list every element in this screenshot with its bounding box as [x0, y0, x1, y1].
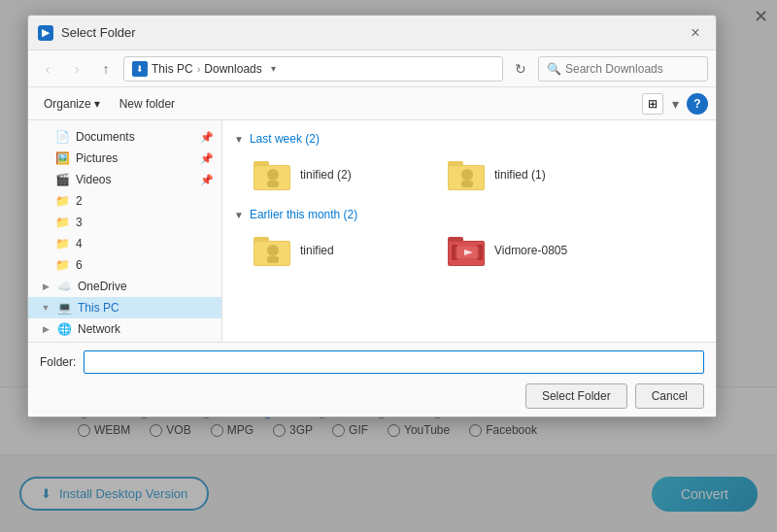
sidebar-6-label: 6: [76, 258, 83, 272]
folder-2-icon: 📁: [55, 194, 70, 208]
sidebar-item-6[interactable]: 📁 6: [28, 254, 221, 276]
nav-refresh-button[interactable]: ↻: [509, 57, 532, 81]
sidebar-2-label: 2: [76, 194, 83, 208]
dialog-footer: Folder: Select Folder Cancel: [28, 342, 716, 416]
svg-point-8: [461, 169, 473, 181]
file-item-tinified-2[interactable]: tinified (2): [250, 153, 424, 196]
network-icon: 🌐: [57, 322, 72, 336]
breadcrumb-separator: ›: [197, 63, 201, 75]
thispc-icon: 💻: [57, 301, 72, 315]
breadcrumb-path: This PC › Downloads: [152, 62, 262, 76]
pin-icon-videos: 📌: [200, 174, 214, 186]
pin-icon-pictures: 📌: [200, 152, 214, 165]
dialog-titlebar: ▶ Select Folder ×: [28, 16, 716, 50]
view-dropdown-button[interactable]: ▾: [667, 92, 683, 116]
file-item-tinified[interactable]: tinified: [250, 229, 424, 272]
breadcrumb-bar: ⬇ This PC › Downloads ▾: [123, 56, 503, 82]
sidebar-item-4[interactable]: 📁 4: [28, 233, 221, 254]
sidebar-4-label: 4: [76, 237, 83, 250]
dialog-nav: ‹ › ↑ ⬇ This PC › Downloads ▾ ↻ 🔍: [28, 50, 716, 87]
organize-button[interactable]: Organize ▾: [36, 94, 108, 114]
breadcrumb-dropdown-button[interactable]: ▾: [266, 61, 282, 77]
search-bar[interactable]: 🔍: [538, 56, 708, 82]
sidebar-item-onedrive[interactable]: ▶ ☁️ OneDrive: [28, 276, 221, 297]
chevron-last-week-icon: ▼: [234, 134, 244, 145]
dialog-close-button[interactable]: ×: [685, 22, 706, 44]
select-folder-button[interactable]: Select Folder: [525, 383, 627, 409]
pictures-icon: 🖼️: [55, 151, 70, 165]
outer-close-button[interactable]: ✕: [749, 5, 772, 28]
sidebar: 📄 Documents 📌 🖼️ Pictures 📌 🎬 Videos 📌 📁…: [28, 120, 222, 342]
file-area: ▼ Last week (2) tinified (2): [222, 120, 716, 342]
file-item-tinified-1[interactable]: tinified (1): [444, 153, 619, 196]
chevron-earlier-icon: ▼: [234, 210, 244, 220]
folder-icon-vidmore: [448, 233, 487, 268]
file-grid-earlier: tinified Vidmore-0805: [234, 229, 704, 272]
onedrive-icon: ☁️: [57, 280, 72, 293]
dialog-title: Select Folder: [61, 25, 136, 40]
dialog-title-left: ▶ Select Folder: [38, 25, 136, 41]
dialog-toolbar: Organize ▾ New folder ⊞ ▾ ?: [28, 87, 716, 120]
help-button[interactable]: ?: [687, 93, 708, 115]
view-toggle-button[interactable]: ⊞: [642, 93, 663, 115]
section-last-week: ▼ Last week (2): [234, 132, 704, 146]
new-folder-label: New folder: [119, 97, 175, 111]
sidebar-item-network[interactable]: ▶ 🌐 Network: [28, 318, 221, 340]
new-folder-button[interactable]: New folder: [112, 94, 183, 114]
folder-label: Folder:: [40, 355, 76, 369]
sidebar-videos-label: Videos: [76, 173, 111, 186]
folder-icon-tinified-2: [253, 157, 292, 192]
file-grid-last-week: tinified (2) tinified (1): [234, 153, 704, 196]
sidebar-item-thispc[interactable]: ▼ 💻 This PC: [28, 297, 221, 318]
file-name-tinified-2: tinified (2): [300, 168, 352, 182]
breadcrumb-thispc[interactable]: This PC: [152, 62, 193, 76]
dialog-content: 📄 Documents 📌 🖼️ Pictures 📌 🎬 Videos 📌 📁…: [28, 120, 716, 342]
sidebar-documents-label: Documents: [76, 130, 135, 144]
select-folder-dialog: ▶ Select Folder × ‹ › ↑ ⬇ This PC › Down…: [27, 15, 717, 417]
organize-label: Organize: [44, 97, 91, 111]
downloads-folder-icon: ⬇: [132, 61, 148, 77]
folder-icon-tinified: [253, 233, 292, 268]
nav-up-button[interactable]: ↑: [94, 57, 118, 81]
folder-4-icon: 📁: [55, 237, 70, 250]
sidebar-onedrive-label: OneDrive: [78, 280, 127, 293]
sidebar-item-3[interactable]: 📁 3: [28, 212, 221, 233]
expand-icon-onedrive: ▶: [40, 281, 51, 292]
sidebar-pictures-label: Pictures: [76, 151, 118, 165]
svg-rect-9: [461, 181, 473, 187]
organize-arrow-icon: ▾: [94, 97, 100, 111]
sidebar-item-2[interactable]: 📁 2: [28, 190, 221, 212]
sidebar-thispc-label: This PC: [78, 301, 119, 315]
file-name-tinified-1: tinified (1): [494, 168, 546, 182]
section-earlier-label: Earlier this month (2): [250, 208, 357, 221]
file-name-tinified: tinified: [300, 244, 334, 257]
search-icon: 🔍: [547, 62, 561, 76]
expand-icon-thispc: ▼: [40, 302, 51, 314]
dialog-app-icon: ▶: [38, 25, 53, 41]
sidebar-network-label: Network: [78, 322, 120, 336]
sidebar-item-documents[interactable]: 📄 Documents 📌: [28, 126, 221, 148]
videos-icon: 🎬: [55, 173, 70, 186]
dialog-buttons: Select Folder Cancel: [28, 380, 716, 416]
folder-6-icon: 📁: [55, 258, 70, 272]
documents-icon: 📄: [55, 130, 70, 144]
search-input[interactable]: [565, 62, 699, 76]
folder-input-row: Folder:: [28, 343, 716, 380]
nav-back-button[interactable]: ‹: [36, 57, 59, 81]
nav-forward-button[interactable]: ›: [65, 57, 88, 81]
folder-3-icon: 📁: [55, 216, 70, 229]
toolbar-right: ⊞ ▾ ?: [642, 92, 708, 116]
cancel-button[interactable]: Cancel: [635, 383, 704, 409]
sidebar-item-videos[interactable]: 🎬 Videos 📌: [28, 169, 221, 190]
folder-input[interactable]: [84, 350, 704, 374]
svg-rect-4: [267, 181, 279, 187]
section-last-week-label: Last week (2): [250, 132, 320, 146]
file-item-vidmore[interactable]: Vidmore-0805: [444, 229, 619, 272]
svg-point-3: [267, 169, 279, 181]
folder-icon-tinified-1: [448, 157, 487, 192]
toolbar-left: Organize ▾ New folder: [36, 94, 183, 114]
sidebar-item-pictures[interactable]: 🖼️ Pictures 📌: [28, 148, 221, 169]
svg-rect-14: [267, 256, 279, 263]
breadcrumb-downloads[interactable]: Downloads: [204, 62, 261, 76]
file-name-vidmore: Vidmore-0805: [494, 244, 567, 257]
